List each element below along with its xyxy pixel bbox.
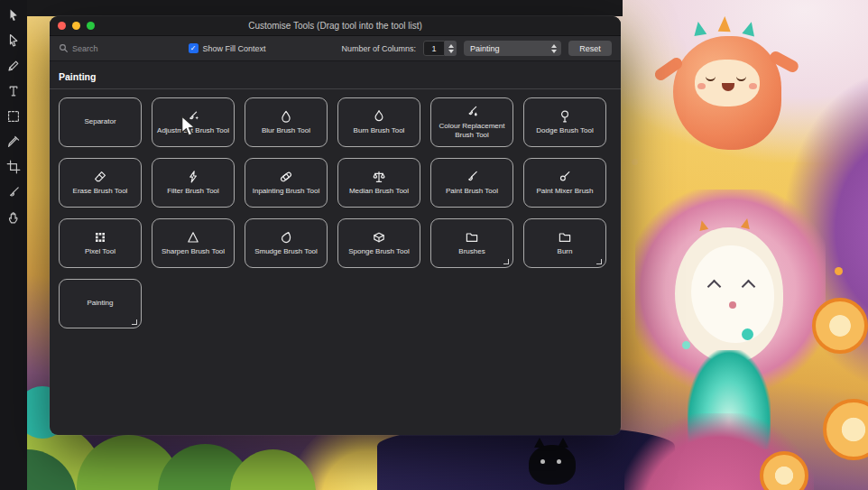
search-input[interactable]: Search bbox=[59, 43, 98, 53]
tool-label: Blur Brush Tool bbox=[257, 126, 315, 135]
tool-label: Paint Brush Tool bbox=[441, 187, 503, 196]
category-value: Painting bbox=[470, 44, 548, 53]
tool-label: Erase Brush Tool bbox=[69, 187, 133, 196]
dialog-title: Customise Tools (Drag tool into the tool… bbox=[50, 21, 621, 31]
tool-label: Median Brush Tool bbox=[345, 187, 413, 196]
blur-droplet-icon bbox=[279, 109, 293, 124]
tool-label: Smudge Brush Tool bbox=[250, 247, 322, 256]
tool-label: Painting bbox=[83, 299, 118, 308]
app-top-panel bbox=[27, 0, 623, 16]
tool-label: Filter Brush Tool bbox=[162, 187, 224, 196]
tool-button-painting[interactable]: Painting bbox=[59, 279, 142, 328]
retouch-tool-icon[interactable] bbox=[6, 184, 22, 199]
folder-icon bbox=[465, 230, 479, 245]
show-fill-context-toggle[interactable]: Show Fill Context bbox=[189, 43, 266, 53]
tool-button-burn-brush-tool[interactable]: Burn Brush Tool bbox=[337, 97, 420, 147]
tool-label: Sponge Brush Tool bbox=[344, 247, 413, 256]
dialog-titlebar[interactable]: Customise Tools (Drag tool into the tool… bbox=[50, 16, 621, 36]
close-button[interactable] bbox=[58, 22, 66, 30]
group-corner-mark bbox=[596, 259, 602, 264]
illustration-black-creature bbox=[529, 439, 577, 485]
columns-label: Number of Columns: bbox=[341, 44, 416, 53]
colour-replacement-brush-icon bbox=[465, 105, 479, 119]
dialog-toolbar: Search Show Fill Context Number of Colum… bbox=[50, 36, 621, 61]
tool-label: Brushes bbox=[454, 247, 489, 256]
tool-button-pixel-tool[interactable]: Pixel Tool bbox=[59, 218, 142, 268]
show-fill-context-checkbox[interactable] bbox=[189, 43, 199, 53]
tool-button-sharpen-brush-tool[interactable]: Sharpen Brush Tool bbox=[152, 218, 235, 268]
tool-button-median-brush-tool[interactable]: Median Brush Tool bbox=[337, 158, 420, 208]
hand-tool-icon[interactable] bbox=[6, 209, 22, 225]
search-icon bbox=[59, 43, 69, 53]
tool-label: Burn Brush Tool bbox=[349, 126, 410, 135]
tool-button-burn[interactable]: Burn bbox=[523, 218, 606, 268]
inpainting-brush-icon bbox=[279, 170, 293, 184]
customise-tools-dialog: Customise Tools (Drag tool into the tool… bbox=[50, 16, 621, 435]
smudge-icon bbox=[279, 230, 293, 245]
marquee-tool-icon[interactable] bbox=[6, 108, 22, 124]
artwork-dot bbox=[835, 267, 843, 275]
artwork-dot bbox=[682, 341, 690, 349]
flame-icon bbox=[372, 109, 386, 124]
zoom-button[interactable] bbox=[87, 22, 95, 30]
section-title: Painting bbox=[59, 71, 96, 82]
group-corner-mark bbox=[503, 259, 509, 264]
sponge-icon bbox=[372, 230, 386, 245]
tool-label: Separator bbox=[79, 117, 120, 126]
tool-button-paint-brush-tool[interactable]: Paint Brush Tool bbox=[430, 158, 513, 208]
colour-picker-tool-icon[interactable] bbox=[6, 134, 22, 149]
filter-brush-icon bbox=[186, 170, 200, 184]
tool-button-filter-brush-tool[interactable]: Filter Brush Tool bbox=[152, 158, 235, 208]
tool-label: Colour Replacement Brush Tool bbox=[431, 122, 512, 141]
tool-label: Paint Mixer Brush bbox=[531, 187, 597, 196]
app-tool-sidebar bbox=[0, 0, 27, 490]
text-frame-tool-icon[interactable] bbox=[6, 83, 22, 98]
tool-button-sponge-brush-tool[interactable]: Sponge Brush Tool bbox=[337, 218, 420, 268]
artwork-dot bbox=[632, 159, 638, 165]
illustration-citrus-slice bbox=[812, 298, 868, 354]
pixel-grid-icon bbox=[93, 230, 107, 245]
group-corner-mark bbox=[132, 319, 137, 325]
pencil-tool-icon[interactable] bbox=[6, 58, 22, 73]
selection-tool-icon[interactable] bbox=[6, 32, 22, 48]
category-dropdown[interactable]: Painting bbox=[464, 41, 561, 56]
tool-label: Sharpen Brush Tool bbox=[157, 247, 229, 256]
stepper-increment-button[interactable] bbox=[448, 44, 454, 48]
tool-button-paint-mixer-brush[interactable]: Paint Mixer Brush bbox=[523, 158, 606, 208]
paint-brush-icon bbox=[465, 170, 479, 184]
tool-button-erase-brush-tool[interactable]: Erase Brush Tool bbox=[59, 158, 142, 208]
tool-button-blur-brush-tool[interactable]: Blur Brush Tool bbox=[245, 97, 328, 147]
move-tool-icon[interactable] bbox=[6, 7, 22, 23]
chevron-updown-icon bbox=[548, 44, 559, 53]
eraser-icon bbox=[93, 170, 107, 184]
reset-button[interactable]: Reset bbox=[568, 41, 612, 56]
columns-value: 1 bbox=[423, 41, 445, 56]
illustration-orange-creature bbox=[648, 11, 806, 169]
tool-button-inpainting-brush-tool[interactable]: Inpainting Brush Tool bbox=[245, 158, 328, 208]
mouse-cursor bbox=[180, 116, 198, 141]
minimize-button[interactable] bbox=[72, 22, 80, 30]
median-scales-icon bbox=[372, 170, 386, 184]
tool-grid: SeparatorAdjustment Brush ToolBlur Brush… bbox=[50, 89, 621, 337]
illustration-citrus-slice bbox=[823, 399, 868, 460]
search-placeholder: Search bbox=[72, 44, 98, 53]
tool-label: Inpainting Brush Tool bbox=[248, 187, 325, 196]
tool-label: Burn bbox=[553, 247, 577, 256]
artwork-dot bbox=[742, 328, 753, 340]
tool-button-brushes[interactable]: Brushes bbox=[430, 218, 513, 268]
show-fill-context-label: Show Fill Context bbox=[203, 44, 266, 53]
paint-mixer-brush-icon bbox=[558, 170, 572, 184]
columns-stepper[interactable]: 1 bbox=[423, 41, 457, 56]
folder-icon bbox=[558, 230, 572, 245]
tool-label: Dodge Brush Tool bbox=[531, 126, 597, 135]
section-header: Painting bbox=[50, 61, 621, 89]
desktop: Customise Tools (Drag tool into the tool… bbox=[0, 0, 868, 490]
tool-button-colour-replacement-brush-tool[interactable]: Colour Replacement Brush Tool bbox=[430, 97, 513, 147]
sharpen-triangle-icon bbox=[186, 230, 200, 245]
tool-button-dodge-brush-tool[interactable]: Dodge Brush Tool bbox=[523, 97, 606, 147]
stepper-decrement-button[interactable] bbox=[448, 50, 454, 53]
tool-label: Pixel Tool bbox=[80, 247, 120, 256]
tool-button-separator[interactable]: Separator bbox=[59, 97, 142, 147]
tool-button-smudge-brush-tool[interactable]: Smudge Brush Tool bbox=[245, 218, 328, 268]
crop-tool-icon[interactable] bbox=[6, 159, 22, 174]
